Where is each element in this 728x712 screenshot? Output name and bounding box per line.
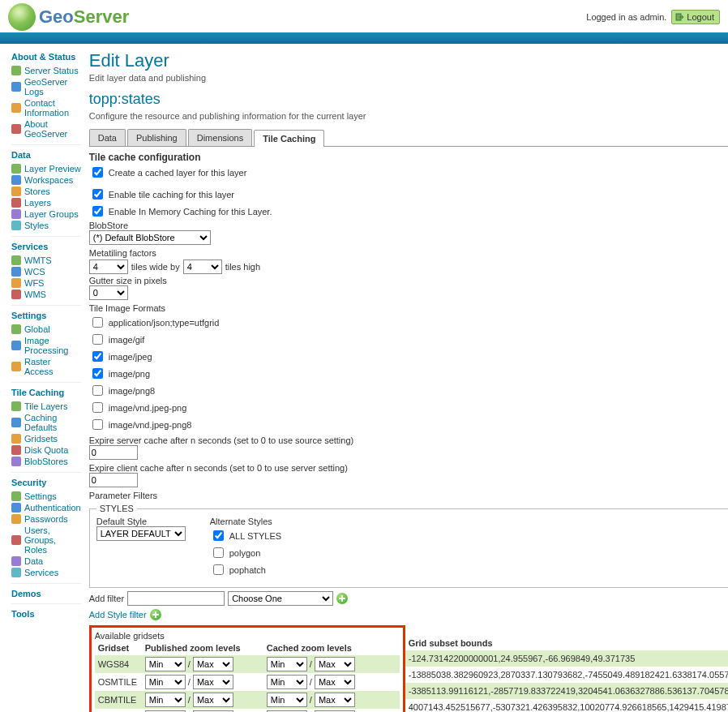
nav-item[interactable]: Workspaces	[11, 174, 81, 186]
nav-icon	[11, 324, 21, 334]
nav-item[interactable]: Styles	[11, 220, 81, 231]
nav-label: Image Processing	[24, 336, 81, 355]
zoom-select[interactable]: Min	[267, 693, 307, 707]
exp-server-input[interactable]	[89, 445, 138, 460]
nav-icon	[11, 164, 21, 174]
logout-icon	[675, 12, 685, 22]
nav-item[interactable]: Layer Preview	[11, 163, 81, 174]
zoom-select[interactable]: Min	[145, 657, 186, 671]
zoom-select[interactable]: Min	[145, 675, 186, 689]
enable-tile-checkbox[interactable]	[92, 189, 103, 199]
format-checkbox[interactable]	[92, 419, 103, 430]
nav-item[interactable]: WMS	[11, 289, 81, 300]
enable-mem-checkbox[interactable]	[92, 206, 103, 217]
format-checkbox[interactable]	[92, 351, 103, 362]
gridset-name: CBMTILE	[95, 691, 142, 709]
alt-style-checkbox[interactable]	[213, 530, 224, 541]
zoom-select[interactable]: Min	[145, 693, 186, 707]
nav-settings-h: Settings	[11, 311, 81, 320]
nav-item[interactable]: Disk Quota	[11, 444, 81, 456]
add-icon[interactable]	[336, 593, 348, 604]
add-filter-input[interactable]	[127, 591, 225, 606]
gutter-select[interactable]: 0	[89, 285, 128, 300]
format-checkbox[interactable]	[92, 385, 103, 396]
nav-item[interactable]: WMTS	[11, 255, 81, 266]
nav-item[interactable]: Tile Layers	[11, 401, 81, 412]
nav-icon	[11, 362, 21, 371]
nav-item[interactable]: WCS	[11, 266, 81, 277]
logout-label: Logout	[687, 12, 714, 22]
add-filter-select[interactable]: Choose One	[228, 591, 333, 606]
nav-item[interactable]: BlobStores	[11, 456, 81, 467]
zoom-select[interactable]: Max	[193, 693, 233, 707]
nav-demos-h[interactable]: Demos	[11, 589, 81, 598]
exp-client-input[interactable]	[89, 473, 138, 487]
nav-item[interactable]: Gridsets	[11, 433, 81, 444]
nav-item[interactable]: Passwords	[11, 513, 81, 525]
zoom-select[interactable]: Max	[193, 675, 233, 689]
nav-label: Tile Layers	[24, 401, 67, 411]
nav-icon	[11, 401, 21, 411]
default-style-select[interactable]: LAYER DEFAULT	[96, 526, 186, 541]
gridset-name: APSTILE	[95, 709, 142, 712]
zoom-select[interactable]: Min	[267, 675, 307, 689]
tab-dimensions[interactable]: Dimensions	[188, 129, 252, 146]
nav-item[interactable]: Services	[11, 567, 81, 578]
logout-button[interactable]: Logout	[671, 10, 720, 24]
tab-publishing[interactable]: Publishing	[127, 129, 186, 146]
nav-item[interactable]: Contact Information	[11, 97, 81, 118]
zoom-select[interactable]: Max	[193, 657, 233, 671]
nav-item[interactable]: Layer Groups	[11, 208, 81, 220]
nav-tools-h[interactable]: Tools	[11, 609, 81, 619]
nav-item[interactable]: Raster Access	[11, 356, 81, 377]
add-style-filter-link[interactable]: Add Style filter	[89, 610, 147, 620]
zoom-select[interactable]: Max	[315, 657, 355, 671]
bounds-text: 4007143.452515677,-5307321.426395832,100…	[409, 702, 728, 712]
format-checkbox[interactable]	[92, 334, 103, 345]
nav-item[interactable]: Stores	[11, 186, 81, 197]
format-checkbox[interactable]	[92, 317, 103, 328]
zoom-select[interactable]: Max	[315, 693, 355, 707]
format-label: image/png	[109, 369, 150, 379]
nav-item[interactable]: About GeoServer	[11, 118, 81, 139]
brand-geo: Geo	[39, 6, 74, 27]
alt-style-checkbox[interactable]	[213, 547, 224, 558]
format-label: image/vnd.jpeg-png	[109, 403, 187, 413]
nav-icon	[11, 209, 21, 219]
nav-item[interactable]: WFS	[11, 277, 81, 289]
brand-server: Server	[74, 6, 130, 27]
zoom-select[interactable]: Max	[315, 675, 355, 689]
nav-item[interactable]: Authentication	[11, 502, 81, 513]
blobstore-select[interactable]: (*) Default BlobStore	[89, 230, 211, 245]
format-checkbox[interactable]	[92, 402, 103, 413]
nav-item[interactable]: Global	[11, 324, 81, 335]
nav-item[interactable]: Server Status	[11, 65, 81, 76]
tiles-high-select[interactable]: 4	[183, 259, 222, 274]
nav-label: Data	[24, 556, 43, 566]
nav-item[interactable]: GeoServer Logs	[11, 76, 81, 97]
nav-label: WFS	[24, 278, 44, 288]
nav-item[interactable]: Data	[11, 555, 81, 567]
format-checkbox[interactable]	[92, 368, 103, 379]
nav-item[interactable]: Image Processing	[11, 335, 81, 356]
nav-item[interactable]: Settings	[11, 491, 81, 502]
nav-label: GeoServer Logs	[24, 77, 81, 97]
nav-item[interactable]: Users, Groups, Roles	[11, 525, 81, 555]
nav-icon	[11, 103, 21, 113]
nav-label: Workspaces	[24, 175, 73, 185]
nav-item[interactable]: Layers	[11, 197, 81, 208]
nav-label: Gridsets	[24, 434, 58, 444]
tiles-wide-select[interactable]: 4	[89, 259, 128, 274]
alt-style-label: pophatch	[229, 565, 266, 575]
add-icon[interactable]	[150, 609, 161, 620]
zoom-select[interactable]: Min	[267, 657, 307, 671]
nav-item[interactable]: Caching Defaults	[11, 412, 81, 433]
create-cached-checkbox[interactable]	[92, 167, 103, 178]
tab-tile-caching[interactable]: Tile Caching	[254, 130, 324, 147]
alt-style-checkbox[interactable]	[213, 564, 224, 575]
logo[interactable]: GeoServer	[8, 3, 129, 31]
nav-label: Raster Access	[24, 357, 81, 376]
tab-data[interactable]: Data	[89, 129, 126, 146]
nav-icon	[11, 187, 21, 196]
enable-tile-label: Enable tile caching for this layer	[109, 190, 234, 199]
